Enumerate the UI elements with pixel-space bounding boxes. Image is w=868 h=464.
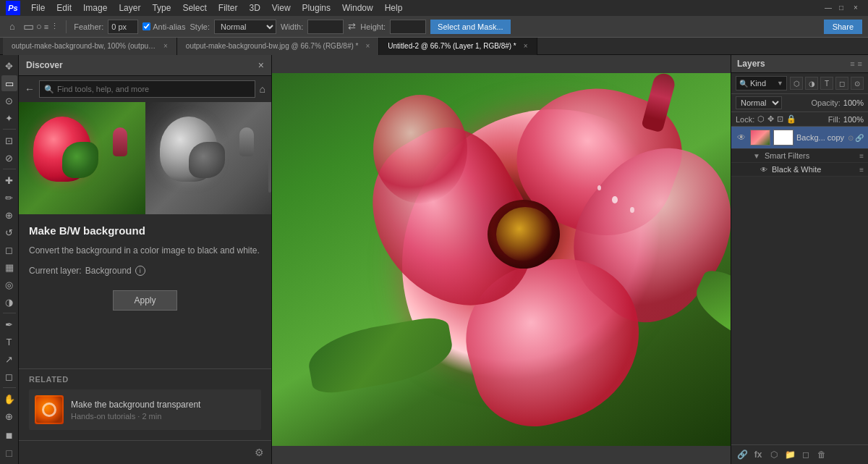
add-fx-icon[interactable]: fx bbox=[752, 448, 765, 461]
width-input[interactable] bbox=[307, 20, 344, 34]
foreground-color[interactable]: ■ bbox=[1, 428, 17, 444]
create-group-icon[interactable]: 📁 bbox=[783, 448, 796, 461]
opacity-row: Opacity: 100% bbox=[812, 98, 864, 107]
height-input[interactable] bbox=[390, 20, 426, 34]
lock-position-icon[interactable]: ✥ bbox=[767, 114, 774, 124]
layers-blend-row: Normal Multiply Screen Overlay Opacity: … bbox=[731, 94, 868, 112]
lasso-tool[interactable]: ⊙ bbox=[1, 93, 17, 109]
menu-window[interactable]: Window bbox=[337, 1, 378, 14]
delete-layer-icon[interactable]: 🗑 bbox=[815, 448, 828, 461]
related-title-0: Make the background transparent bbox=[71, 400, 255, 410]
tab-close-2[interactable]: × bbox=[524, 42, 528, 50]
tab-label-2: Untitled-2 @ 66.7% (Layer 1, RGB/8#) * bbox=[388, 42, 516, 50]
crop-tool[interactable]: ⊡ bbox=[1, 132, 17, 148]
layers-panel-menu-icon[interactable]: ≡ bbox=[858, 59, 862, 68]
filter-adjustment-icon[interactable]: ◑ bbox=[805, 77, 818, 90]
maximize-button[interactable]: □ bbox=[839, 4, 848, 12]
lock-artboard-icon[interactable]: ⊡ bbox=[777, 114, 783, 124]
related-item-0[interactable]: Make the background transparent Hands-on… bbox=[29, 389, 261, 430]
history-brush-tool[interactable]: ↺ bbox=[1, 224, 17, 240]
discover-search-input[interactable] bbox=[57, 85, 250, 93]
minimize-button[interactable]: — bbox=[825, 4, 833, 12]
path-select-tool[interactable]: ↗ bbox=[1, 351, 17, 367]
create-layer-icon[interactable]: ◻ bbox=[799, 448, 812, 461]
hand-tool[interactable]: ✋ bbox=[1, 391, 17, 407]
close-button[interactable]: × bbox=[854, 4, 862, 12]
menu-plugins[interactable]: Plugins bbox=[297, 1, 336, 14]
zoom-tool[interactable]: ⊕ bbox=[1, 408, 17, 424]
menu-image[interactable]: Image bbox=[78, 1, 112, 14]
layer-thumbnail bbox=[750, 130, 770, 145]
smart-filter-collapse-icon[interactable]: ▼ bbox=[753, 152, 760, 160]
layers-collapse-icon[interactable]: ≡ bbox=[850, 59, 854, 68]
menu-3d[interactable]: 3D bbox=[244, 1, 265, 14]
eyedropper-tool[interactable]: ⊘ bbox=[1, 150, 17, 166]
filter-pixel-icon[interactable]: ⬡ bbox=[790, 77, 803, 90]
style-select[interactable]: Normal Fixed Ratio Fixed Size bbox=[214, 20, 276, 34]
ellipse-select-icon: ○ bbox=[36, 21, 42, 32]
tab-close-0[interactable]: × bbox=[163, 42, 168, 50]
filter-shape-icon[interactable]: ◻ bbox=[835, 77, 848, 90]
antiaalias-checkbox[interactable] bbox=[142, 22, 150, 30]
discover-close-button[interactable]: × bbox=[258, 59, 264, 71]
fill-value[interactable]: 100% bbox=[843, 115, 864, 124]
menu-edit[interactable]: Edit bbox=[51, 1, 77, 14]
filter-type-icon[interactable]: T bbox=[820, 77, 833, 90]
tab-1[interactable]: output-make-background-bw.jpg @ 66.7% (R… bbox=[177, 38, 379, 55]
lock-all-icon[interactable]: 🔒 bbox=[786, 114, 796, 124]
layers-header-icons: ≡ ≡ bbox=[850, 59, 862, 68]
discover-search-box[interactable]: 🔍 bbox=[39, 80, 255, 98]
swap-icon[interactable]: ⇄ bbox=[348, 21, 356, 32]
canvas-area[interactable] bbox=[272, 55, 731, 464]
menu-layer[interactable]: Layer bbox=[114, 1, 145, 14]
link-layers-icon[interactable]: 🔗 bbox=[736, 448, 749, 461]
dodge-tool[interactable]: ◑ bbox=[1, 294, 17, 310]
antiaalias-label: Anti-alias bbox=[153, 22, 185, 31]
layers-kind-dropdown[interactable]: 🔍 Kind ▼ bbox=[736, 76, 787, 90]
tab-2[interactable]: Untitled-2 @ 66.7% (Layer 1, RGB/8#) * × bbox=[379, 38, 537, 55]
bw-filter-options-icon[interactable]: ≡ bbox=[859, 166, 864, 174]
magic-wand-tool[interactable]: ✦ bbox=[1, 110, 17, 126]
info-icon[interactable]: i bbox=[135, 266, 145, 276]
blend-mode-select[interactable]: Normal Multiply Screen Overlay bbox=[736, 96, 782, 109]
share-button[interactable]: Share bbox=[824, 20, 862, 34]
apply-button[interactable]: Apply bbox=[113, 290, 176, 311]
filter-smart-icon[interactable]: ⊙ bbox=[851, 77, 864, 90]
select-tool[interactable]: ▭ bbox=[1, 75, 17, 91]
left-toolbar: ✥ ▭ ⊙ ✦ ⊡ ⊘ ✚ ✏ ⊕ ↺ ◻ ▦ ◎ ◑ ✒ T ↗ ◻ ✋ ⊕ … bbox=[0, 55, 19, 464]
move-tool[interactable]: ✥ bbox=[1, 58, 17, 74]
shape-tool[interactable]: ◻ bbox=[1, 368, 17, 384]
discover-content: Make B/W background Convert the backgrou… bbox=[19, 214, 271, 368]
blur-tool[interactable]: ◎ bbox=[1, 277, 17, 292]
layers-filter-icons: ⬡ ◑ T ◻ ⊙ bbox=[790, 77, 864, 90]
pen-tool[interactable]: ✒ bbox=[1, 316, 17, 332]
background-color[interactable]: □ bbox=[1, 445, 17, 461]
clone-tool[interactable]: ⊕ bbox=[1, 207, 17, 223]
smart-filter-options-icon[interactable]: ≡ bbox=[859, 152, 864, 160]
menu-help[interactable]: Help bbox=[380, 1, 408, 14]
menu-file[interactable]: File bbox=[26, 1, 50, 14]
menu-select[interactable]: Select bbox=[177, 1, 211, 14]
select-mask-button[interactable]: Select and Mask... bbox=[430, 20, 511, 34]
tab-close-1[interactable]: × bbox=[365, 42, 370, 50]
layer-visibility-toggle[interactable]: 👁 bbox=[736, 132, 747, 143]
bw-filter-visibility[interactable]: 👁 bbox=[759, 166, 769, 174]
discover-back-button[interactable]: ← bbox=[25, 83, 35, 95]
menu-view[interactable]: View bbox=[267, 1, 296, 14]
discover-home-button[interactable]: ⌂ bbox=[260, 83, 265, 95]
layer-row-background-copy[interactable]: 👁 Backg... copy ⊙ 🔗 bbox=[731, 127, 868, 149]
menu-filter[interactable]: Filter bbox=[213, 1, 243, 14]
lock-pixels-icon[interactable]: ⬡ bbox=[757, 114, 765, 124]
feather-input[interactable] bbox=[108, 20, 138, 34]
tab-0[interactable]: output-make-background-bw, 100% (output-… bbox=[3, 38, 177, 55]
height-label: Height: bbox=[360, 22, 386, 31]
brush-tool[interactable]: ✏ bbox=[1, 190, 17, 206]
type-tool[interactable]: T bbox=[1, 334, 17, 350]
add-mask-icon[interactable]: ⬡ bbox=[767, 448, 780, 461]
heal-tool[interactable]: ✚ bbox=[1, 172, 17, 188]
discover-settings-icon[interactable]: ⚙ bbox=[255, 447, 264, 458]
gradient-tool[interactable]: ▦ bbox=[1, 259, 17, 275]
eraser-tool[interactable]: ◻ bbox=[1, 242, 17, 258]
menu-type[interactable]: Type bbox=[147, 1, 176, 14]
opacity-value[interactable]: 100% bbox=[843, 98, 864, 107]
